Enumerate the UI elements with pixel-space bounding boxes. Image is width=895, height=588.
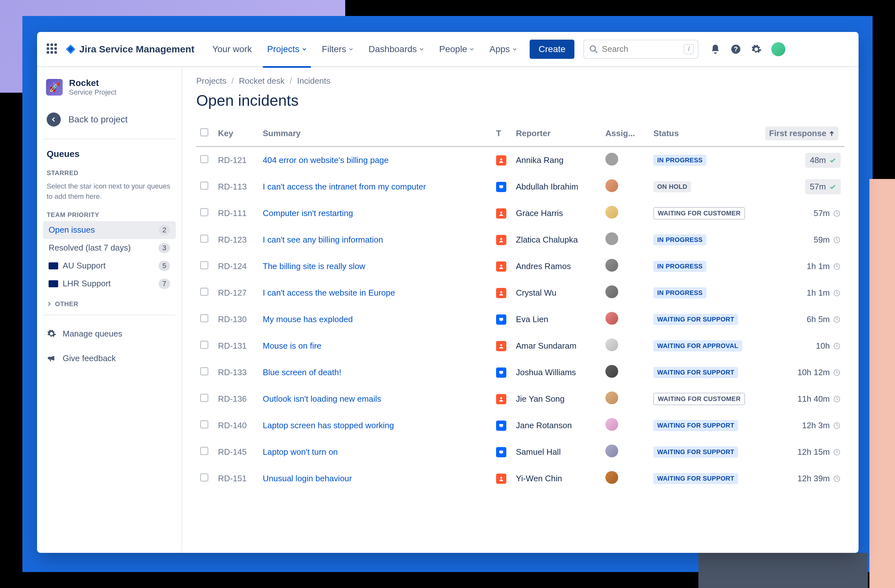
- row-checkbox[interactable]: [200, 394, 208, 402]
- col-key[interactable]: Key: [214, 123, 259, 147]
- issue-key[interactable]: RD-121: [214, 147, 259, 174]
- col-summary[interactable]: Summary: [259, 123, 492, 147]
- issue-key[interactable]: RD-131: [214, 333, 259, 359]
- assignee-avatar[interactable]: [605, 418, 618, 431]
- product-logo[interactable]: Jira Service Management: [65, 44, 194, 55]
- issue-summary-link[interactable]: I can't see any billing information: [263, 235, 383, 244]
- status-badge[interactable]: IN PROGRESS: [653, 234, 706, 246]
- reporter-name[interactable]: Grace Harris: [512, 200, 602, 227]
- row-checkbox[interactable]: [200, 367, 208, 376]
- table-row[interactable]: RD-136Outlook isn't loading new emailsJi…: [196, 386, 845, 412]
- sidebar-queue-item[interactable]: Resolved (last 7 days)3: [43, 239, 176, 257]
- issue-summary-link[interactable]: Unusual login behaviour: [263, 474, 352, 483]
- issue-key[interactable]: RD-127: [214, 280, 259, 306]
- nav-projects[interactable]: Projects: [261, 41, 313, 57]
- status-badge[interactable]: WAITING FOR SUPPORT: [653, 314, 738, 325]
- issue-summary-link[interactable]: Laptop screen has stopped working: [263, 421, 394, 430]
- table-row[interactable]: RD-145Laptop won't turn onSamuel HallWAI…: [196, 439, 845, 465]
- breadcrumb-link[interactable]: Rocket desk: [239, 76, 284, 86]
- status-badge[interactable]: IN PROGRESS: [653, 261, 706, 272]
- issue-summary-link[interactable]: The billing site is really slow: [263, 261, 366, 271]
- sidebar-queue-item[interactable]: AU Support5: [43, 257, 176, 275]
- issue-key[interactable]: RD-130: [214, 306, 259, 333]
- breadcrumb-link[interactable]: Incidents: [297, 76, 330, 86]
- table-row[interactable]: RD-131Mouse is on fireAmar SundaramWAITI…: [196, 333, 845, 359]
- assignee-avatar[interactable]: [605, 285, 618, 298]
- issue-summary-link[interactable]: Computer isn't restarting: [263, 208, 353, 218]
- row-checkbox[interactable]: [200, 182, 208, 190]
- bell-icon[interactable]: [710, 44, 721, 55]
- assignee-avatar[interactable]: [605, 206, 618, 218]
- status-badge[interactable]: WAITING FOR SUPPORT: [653, 473, 738, 484]
- col-first-response[interactable]: First response: [762, 123, 845, 147]
- nav-filters[interactable]: Filters: [316, 41, 360, 57]
- assignee-avatar[interactable]: [605, 338, 618, 351]
- col-status[interactable]: Status: [649, 123, 762, 147]
- give-feedback[interactable]: Give feedback: [43, 348, 176, 369]
- status-badge[interactable]: ON HOLD: [653, 181, 691, 192]
- manage-queues[interactable]: Manage queues: [43, 323, 176, 344]
- help-icon[interactable]: ?: [730, 44, 741, 55]
- issue-key[interactable]: RD-124: [214, 253, 259, 280]
- assignee-avatar[interactable]: [605, 312, 618, 325]
- row-checkbox[interactable]: [200, 473, 208, 482]
- back-to-project[interactable]: Back to project: [43, 105, 176, 134]
- assignee-avatar[interactable]: [605, 179, 618, 192]
- avatar[interactable]: [771, 42, 785, 56]
- assignee-avatar[interactable]: [605, 444, 618, 457]
- issue-summary-link[interactable]: My mouse has exploded: [263, 314, 353, 324]
- breadcrumb-link[interactable]: Projects: [196, 76, 226, 86]
- row-checkbox[interactable]: [200, 261, 208, 270]
- status-badge[interactable]: WAITING FOR SUPPORT: [653, 420, 738, 431]
- assignee-avatar[interactable]: [605, 153, 618, 165]
- table-row[interactable]: RD-111Computer isn't restartingGrace Har…: [196, 200, 845, 227]
- row-checkbox[interactable]: [200, 447, 208, 455]
- table-row[interactable]: RD-127I can't access the website in Euro…: [196, 280, 845, 306]
- issue-key[interactable]: RD-136: [214, 386, 259, 412]
- reporter-name[interactable]: Zlatica Chalupka: [512, 227, 602, 253]
- create-button[interactable]: Create: [529, 39, 574, 59]
- reporter-name[interactable]: Abdullah Ibrahim: [512, 174, 602, 200]
- nav-dashboards[interactable]: Dashboards: [362, 41, 430, 57]
- status-badge[interactable]: WAITING FOR SUPPORT: [653, 367, 738, 378]
- nav-your-work[interactable]: Your work: [206, 41, 258, 57]
- issue-key[interactable]: RD-145: [214, 439, 259, 465]
- assignee-avatar[interactable]: [605, 259, 618, 271]
- row-checkbox[interactable]: [200, 420, 208, 429]
- table-row[interactable]: RD-130My mouse has explodedEva LienWAITI…: [196, 306, 845, 333]
- nav-apps[interactable]: Apps: [483, 41, 523, 57]
- assignee-avatar[interactable]: [605, 365, 618, 378]
- reporter-name[interactable]: Annika Rang: [512, 147, 602, 174]
- reporter-name[interactable]: Andres Ramos: [512, 253, 602, 280]
- issue-key[interactable]: RD-113: [214, 174, 259, 200]
- row-checkbox[interactable]: [200, 235, 208, 243]
- issue-summary-link[interactable]: Outlook isn't loading new emails: [263, 394, 381, 404]
- app-switcher-icon[interactable]: [47, 44, 58, 55]
- reporter-name[interactable]: Joshua Williams: [512, 359, 602, 386]
- issue-summary-link[interactable]: Laptop won't turn on: [263, 447, 338, 457]
- status-badge[interactable]: IN PROGRESS: [653, 155, 706, 166]
- issue-key[interactable]: RD-111: [214, 200, 259, 227]
- status-badge[interactable]: WAITING FOR SUPPORT: [653, 446, 738, 458]
- issue-summary-link[interactable]: 404 error on website's billing page: [263, 155, 389, 165]
- table-row[interactable]: RD-140Laptop screen has stopped workingJ…: [196, 412, 845, 439]
- status-badge[interactable]: WAITING FOR APPROVAL: [653, 340, 742, 352]
- reporter-name[interactable]: Samuel Hall: [512, 439, 602, 465]
- issue-key[interactable]: RD-140: [214, 412, 259, 439]
- table-row[interactable]: RD-124The billing site is really slowAnd…: [196, 253, 845, 280]
- issue-summary-link[interactable]: I can't access the website in Europe: [263, 288, 395, 297]
- select-all-checkbox[interactable]: [200, 128, 208, 136]
- assignee-avatar[interactable]: [605, 391, 618, 404]
- table-row[interactable]: RD-151Unusual login behaviourYi-Wen Chin…: [196, 465, 845, 492]
- table-row[interactable]: RD-121404 error on website's billing pag…: [196, 147, 845, 174]
- row-checkbox[interactable]: [200, 208, 208, 216]
- gear-icon[interactable]: [751, 44, 762, 55]
- row-checkbox[interactable]: [200, 341, 208, 349]
- issue-key[interactable]: RD-133: [214, 359, 259, 386]
- reporter-name[interactable]: Yi-Wen Chin: [512, 465, 602, 492]
- row-checkbox[interactable]: [200, 155, 208, 163]
- reporter-name[interactable]: Jane Rotanson: [512, 412, 602, 439]
- reporter-name[interactable]: Crystal Wu: [512, 280, 602, 306]
- reporter-name[interactable]: Jie Yan Song: [512, 386, 602, 412]
- issue-key[interactable]: RD-123: [214, 227, 259, 253]
